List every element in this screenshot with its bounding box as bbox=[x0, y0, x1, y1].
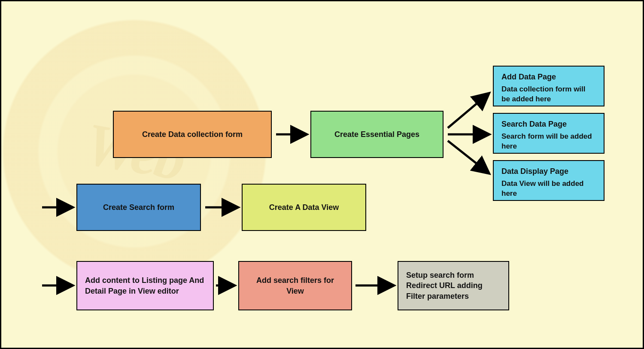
title: Search Data Page bbox=[501, 119, 596, 129]
label: Create Search form bbox=[103, 202, 174, 212]
step-add-content-listing-detail: Add content to Listing page And Detail P… bbox=[76, 261, 214, 310]
title: Data Display Page bbox=[501, 166, 596, 176]
label: Create Data collection form bbox=[142, 129, 243, 140]
svg-line-1 bbox=[448, 94, 489, 128]
svg-line-3 bbox=[448, 141, 489, 173]
page-search-data: Search Data Page Search form will be add… bbox=[493, 113, 605, 154]
label: Add content to Listing page And Detail P… bbox=[85, 275, 205, 296]
description: Data collection form will be added here bbox=[501, 85, 596, 104]
step-create-search-form: Create Search form bbox=[76, 184, 201, 231]
label: Create A Data View bbox=[269, 202, 339, 212]
page-data-display: Data Display Page Data View will be adde… bbox=[493, 160, 605, 201]
label: Setup search form Redirect URL adding Fi… bbox=[406, 270, 501, 301]
description: Data View will be added here bbox=[501, 179, 596, 199]
page-add-data: Add Data Page Data collection form will … bbox=[493, 66, 605, 106]
label: Create Essential Pages bbox=[334, 129, 419, 140]
title: Add Data Page bbox=[501, 72, 596, 82]
step-create-data-collection-form: Create Data collection form bbox=[113, 111, 272, 158]
description: Search form will be added here bbox=[501, 132, 596, 152]
label: Add search filters for View bbox=[247, 275, 343, 296]
step-create-data-view: Create A Data View bbox=[242, 184, 366, 231]
step-setup-redirect-url: Setup search form Redirect URL adding Fi… bbox=[398, 261, 509, 310]
step-add-search-filters: Add search filters for View bbox=[238, 261, 352, 310]
step-create-essential-pages: Create Essential Pages bbox=[310, 111, 444, 158]
